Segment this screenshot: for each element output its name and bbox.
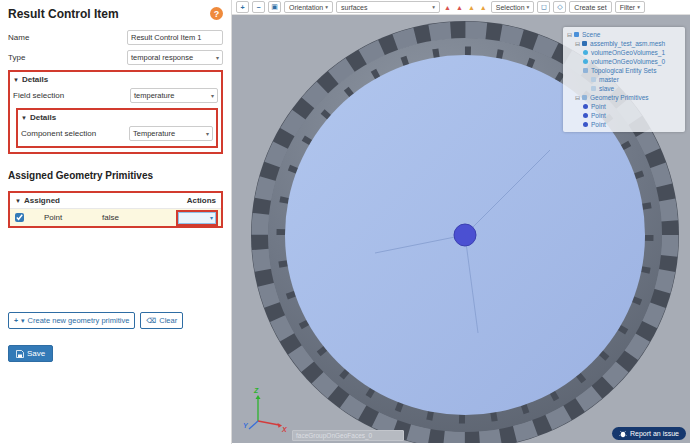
tree-item-label[interactable]: Point — [591, 103, 606, 110]
type-row: Type temporal response ▾ — [8, 50, 223, 65]
report-issue-label: Report an issue — [630, 430, 679, 437]
point-icon — [583, 113, 588, 118]
zoom-out-icon[interactable]: − — [252, 1, 265, 13]
inner-details-caption[interactable]: ▼ Details — [21, 113, 213, 122]
details-caption[interactable]: ▼ Details — [13, 75, 218, 84]
name-input[interactable] — [127, 30, 223, 45]
volume-icon — [583, 59, 588, 64]
clear-button[interactable]: ⌫ Clear — [140, 312, 183, 329]
set-icon — [591, 86, 596, 91]
tree-item[interactable]: Point — [567, 102, 681, 111]
panel-header: Result Control Item ? — [8, 7, 223, 21]
hide-edges-warning-icon[interactable]: ▲ — [480, 4, 487, 11]
field-selection-select[interactable]: temperature ▾ — [130, 88, 218, 103]
tree-expander-icon[interactable]: ⊟ — [567, 31, 572, 38]
tree-item-label[interactable]: volumeOnGeoVolumes_0 — [591, 58, 665, 65]
chevron-down-icon: ▾ — [21, 317, 25, 325]
hide-faces-warning-icon[interactable]: ▲ — [456, 4, 463, 11]
type-select-value: temporal response — [131, 53, 193, 62]
type-label: Type — [8, 53, 127, 62]
assigned-table-highlight-box: ▼ Assigned Actions Point false ▾ — [8, 191, 223, 228]
row-primitive-value: false — [102, 213, 152, 222]
tree-item-label[interactable]: Point — [591, 112, 606, 119]
tree-item-label[interactable]: volumeOnGeoVolumes_1 — [591, 49, 665, 56]
scene-tree-panel: ⊟Scene⊟assembly_test_asm.meshvolumeOnGeo… — [563, 27, 685, 132]
axis-triad: Z X Y — [242, 385, 288, 433]
face-group-label: faceGroupOnGeoFaces_0 — [292, 430, 404, 441]
row-actions-select[interactable]: ▾ — [178, 212, 216, 224]
viewport-canvas[interactable]: ⊟Scene⊟assembly_test_asm.meshvolumeOnGeo… — [232, 15, 690, 443]
row-checkbox[interactable] — [15, 213, 24, 222]
create-geometry-primitive-label: Create new geometry primitive — [28, 316, 130, 325]
actions-column-header: Actions — [187, 196, 216, 205]
page-title: Result Control Item — [8, 7, 119, 21]
name-row: Name — [8, 30, 223, 45]
folder-icon — [583, 68, 588, 73]
viewport: + − ▣ Orientation ▾ surfaces ▾ ▲ ▲ ▲ ▲ S… — [232, 0, 690, 444]
type-select[interactable]: temporal response ▾ — [127, 50, 223, 65]
component-selection-label: Component selection — [21, 129, 129, 138]
details-highlight-box: ▼ Details Field selection temperature ▾ … — [8, 70, 223, 154]
filter-dropdown[interactable]: Filter ▾ — [615, 1, 645, 13]
axis-x-label: X — [281, 426, 288, 433]
tree-item[interactable]: volumeOnGeoVolumes_1 — [567, 48, 681, 57]
mesh-icon — [582, 41, 587, 46]
scene-tree-list: ⊟Scene⊟assembly_test_asm.meshvolumeOnGeo… — [567, 30, 681, 129]
chevron-down-icon: ▾ — [637, 4, 640, 10]
chevron-down-icon: ▾ — [527, 4, 530, 10]
tree-item[interactable]: Point — [567, 120, 681, 129]
tree-item[interactable]: master — [567, 75, 681, 84]
tree-expander-icon[interactable]: ⊟ — [575, 40, 580, 47]
tree-item[interactable]: ⊟assembly_test_asm.mesh — [567, 39, 681, 48]
select-box-mode-icon[interactable]: ◻ — [537, 1, 550, 13]
tree-item-label[interactable]: assembly_test_asm.mesh — [590, 40, 665, 47]
zoom-in-icon[interactable]: + — [236, 1, 249, 13]
tree-item[interactable]: ⊟Scene — [567, 30, 681, 39]
tree-item[interactable]: Topological Entity Sets — [567, 66, 681, 75]
tree-item-label[interactable]: Topological Entity Sets — [591, 67, 656, 74]
save-floppy-icon — [16, 350, 24, 358]
clear-label: Clear — [159, 316, 177, 325]
fit-view-icon[interactable]: ▣ — [268, 1, 281, 13]
tree-item-label[interactable]: Scene — [582, 31, 600, 38]
point-icon — [583, 104, 588, 109]
tree-item[interactable]: volumeOnGeoVolumes_0 — [567, 57, 681, 66]
select-lasso-mode-icon[interactable]: ◇ — [553, 1, 566, 13]
tree-item-label[interactable]: master — [599, 76, 619, 83]
show-edges-warning-icon[interactable]: ▲ — [468, 4, 475, 11]
field-selection-row: Field selection temperature ▾ — [13, 88, 218, 103]
chevron-down-icon: ▾ — [211, 92, 214, 99]
bug-icon — [619, 430, 627, 438]
create-set-button[interactable]: Create set — [569, 1, 611, 13]
create-geometry-primitive-button[interactable]: + ▾ Create new geometry primitive — [8, 312, 135, 329]
chevron-down-icon: ▾ — [325, 4, 328, 10]
component-selection-select[interactable]: Temperature ▾ — [129, 126, 213, 141]
assigned-header-toggle[interactable]: ▼ Assigned — [15, 196, 60, 205]
selection-dropdown[interactable]: Selection ▾ — [491, 1, 535, 13]
tree-item-label[interactable]: slave — [599, 85, 614, 92]
tree-item[interactable]: Point — [567, 111, 681, 120]
selected-point-primitive[interactable] — [454, 224, 476, 246]
tree-expander-icon[interactable]: ⊟ — [575, 94, 580, 101]
tree-item[interactable]: slave — [567, 84, 681, 93]
report-issue-button[interactable]: Report an issue — [612, 427, 686, 440]
tree-item[interactable]: ⊟Geometry Primitives — [567, 93, 681, 102]
save-button[interactable]: Save — [8, 345, 53, 362]
volume-icon — [583, 50, 588, 55]
filter-label: Filter — [620, 4, 636, 11]
collapse-triangle-icon: ▼ — [13, 77, 19, 83]
orientation-dropdown[interactable]: Orientation ▾ — [284, 1, 333, 13]
render-mode-select[interactable]: surfaces ▾ — [336, 1, 440, 13]
render-mode-value: surfaces — [341, 4, 367, 11]
show-faces-warning-icon[interactable]: ▲ — [444, 4, 451, 11]
name-label: Name — [8, 33, 127, 42]
row-primitive-name: Point — [44, 213, 102, 222]
selection-label: Selection — [496, 4, 525, 11]
tree-item-label[interactable]: Point — [591, 121, 606, 128]
tree-item-label[interactable]: Geometry Primitives — [590, 94, 649, 101]
chevron-down-icon: ▾ — [210, 214, 213, 221]
eraser-icon: ⌫ — [146, 317, 156, 325]
collapse-triangle-icon: ▼ — [15, 198, 21, 204]
help-icon[interactable]: ? — [210, 7, 223, 20]
chevron-down-icon: ▾ — [432, 4, 435, 10]
